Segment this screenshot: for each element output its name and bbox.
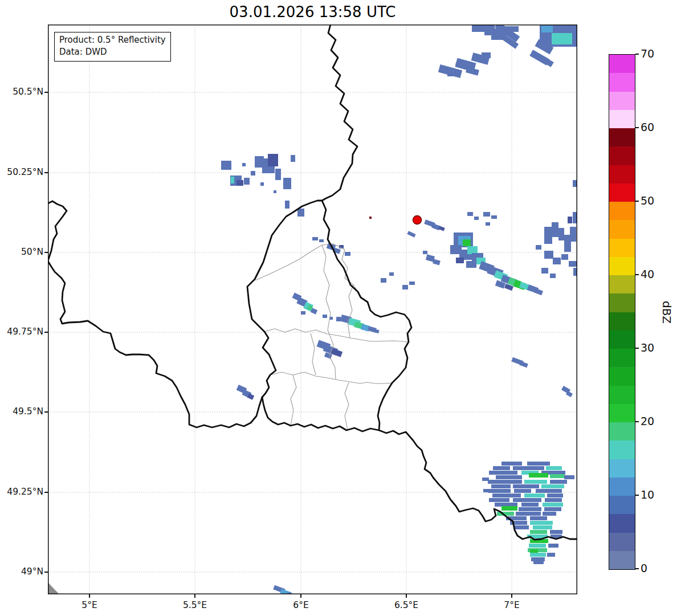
y-tick-label: 49.75°N [0, 327, 43, 337]
radar-echo-cell [312, 237, 318, 240]
radar-echo-cell [423, 251, 427, 254]
colorbar-tick-label: 10 [641, 488, 654, 501]
x-tick-mark [406, 594, 406, 598]
radar-echo-cell [513, 498, 541, 502]
colorbar-tick-label: 30 [641, 341, 654, 354]
radar-echo-cell [323, 315, 327, 318]
radar-echo-cell [491, 215, 497, 219]
radar-echo-cell [438, 226, 445, 231]
colorbar-band [609, 367, 635, 385]
colorbar-tick-mark [635, 201, 639, 201]
radar-echo-cell [513, 466, 544, 470]
colorbar-band [609, 183, 635, 202]
radar-echo-cell [483, 489, 489, 492]
radar-echo-cell [550, 474, 565, 478]
product-line: Product: 0.5° Reflectivity [59, 34, 166, 46]
colorbar-band [609, 202, 635, 220]
colorbar-band [609, 533, 635, 551]
colorbar-band [609, 257, 635, 275]
radar-echo-cell [530, 521, 553, 525]
regional-border [311, 333, 316, 375]
radar-echo-cell [516, 512, 541, 516]
figure-title: 03.01.2026 13:58 UTC [48, 3, 577, 21]
radar-echo-cell [541, 484, 564, 488]
colorbar-band [609, 73, 635, 91]
radar-echo-cell [514, 525, 529, 529]
radar-echo-cell [345, 252, 350, 256]
regional-border [345, 382, 349, 430]
radar-echo-cell [569, 261, 577, 267]
x-tick-label: 7°E [504, 600, 519, 610]
y-tick-mark [44, 332, 48, 332]
colorbar-tick-label: 40 [641, 268, 654, 280]
radar-echo-cell [544, 507, 561, 511]
radar-echo-cell [552, 222, 558, 237]
colorbar-tick-mark [635, 54, 639, 54]
radar-echo-cell [529, 473, 548, 478]
radar-echo-cell [467, 212, 473, 216]
radar-echo-cell [467, 246, 478, 254]
radar-echo-cell [402, 285, 408, 289]
radar-echo-cell [543, 503, 563, 507]
x-tick-label: 5.5°E [183, 600, 207, 610]
radar-echo-cell [466, 261, 476, 268]
radar-echo-cell [550, 480, 567, 484]
colorbar-band [609, 165, 635, 183]
radar-echo-cell [291, 155, 295, 162]
radar-echo-cell [514, 489, 531, 493]
small-speck [369, 217, 372, 219]
radar-echo-cell [519, 361, 528, 368]
radar-echo-cell [456, 258, 464, 263]
colorbar-tick-label: 50 [641, 194, 654, 207]
radar-echo-cell [530, 530, 547, 534]
radar-echo-cell [274, 190, 276, 193]
radar-echo-cell [381, 278, 386, 283]
radar-echo-cell [564, 475, 574, 479]
radar-echo-cell [221, 161, 231, 170]
radar-echo-cell [568, 217, 572, 223]
radar-echo-cell [543, 512, 556, 516]
radar-echo-cell [488, 489, 511, 493]
colorbar-band [609, 331, 635, 349]
radar-echo-cell [524, 493, 545, 497]
radar-echo-cell [260, 182, 264, 186]
y-tick-mark [44, 92, 48, 92]
radar-echo-cell [489, 498, 509, 502]
y-tick-label: 50°N [0, 247, 43, 257]
x-tick-mark [194, 594, 195, 598]
y-tick-label: 49°N [0, 566, 43, 577]
colorbar-band [609, 496, 635, 514]
radar-echo-cell [297, 209, 304, 217]
radar-echo-cell [336, 317, 341, 321]
radar-echo-cell [486, 222, 490, 226]
colorbar-tick-mark [635, 421, 639, 422]
radar-echo-cell [501, 506, 517, 511]
radar-echo-cell [530, 516, 547, 520]
radar-echo-cell [231, 177, 234, 183]
radar-map [48, 25, 577, 594]
radar-echo-cell [268, 154, 278, 166]
radar-echo-cell [492, 493, 521, 497]
radar-echo-cell [553, 258, 561, 264]
colorbar-band [609, 386, 635, 404]
radar-echo-cell [237, 180, 243, 186]
radar-echo-cell [489, 471, 517, 475]
radar-echo-cell [552, 33, 572, 44]
colorbar-band [609, 275, 635, 293]
y-tick-mark [44, 411, 48, 412]
colorbar-band [609, 422, 635, 440]
y-tick-label: 49.25°N [0, 487, 43, 497]
radar-echo-cell [538, 55, 554, 67]
y-tick-mark [44, 492, 48, 492]
colorbar-band [609, 478, 635, 496]
radar-echo-cell [242, 163, 246, 166]
radar-echo-cell [570, 227, 576, 242]
radar-echo-cell [409, 282, 415, 285]
radar-echo-cell [488, 480, 522, 484]
radar-echo-cell [482, 478, 489, 481]
colorbar-tick-label: 70 [641, 47, 654, 60]
radar-echo-cell [541, 26, 553, 32]
x-tick-label: 6°E [293, 600, 308, 610]
radar-echo-cell [251, 171, 255, 176]
national-border [48, 201, 262, 427]
